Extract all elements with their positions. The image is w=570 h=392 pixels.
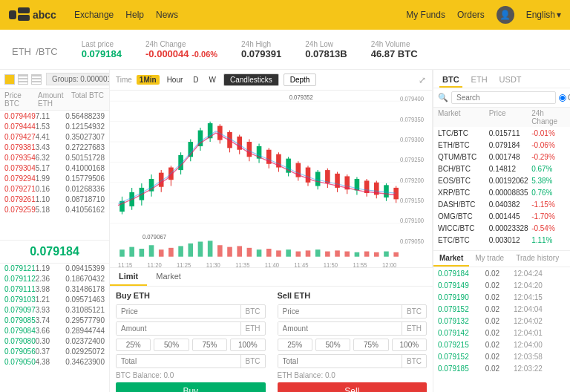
market-list-item[interactable]: LTC/BTC0.015711-0.01%: [433, 127, 570, 139]
tab-eth[interactable]: ETH: [468, 73, 491, 88]
svg-text:0.079400: 0.079400: [400, 96, 425, 102]
search-row: 🔍 Change Volume: [433, 88, 570, 108]
sell-order-row[interactable]: 0.0794441.530.12154932: [0, 121, 109, 131]
market-search-input[interactable]: [451, 91, 556, 104]
sell-order-row[interactable]: 0.0793045.170.41000168: [0, 163, 109, 173]
sell-order-row[interactable]: 0.0794274.410.35027307: [0, 131, 109, 142]
market-list-header: Market Price 24h Change: [433, 108, 570, 127]
sell-title: Sell ETH: [278, 291, 428, 300]
language-selector[interactable]: English ▾: [526, 10, 561, 20]
sell-amount-unit: ETH: [402, 322, 426, 335]
groups-select[interactable]: Groups: 0.000001: [46, 73, 110, 85]
tab-my-trade[interactable]: My trade: [469, 251, 510, 267]
tab-btc[interactable]: BTC: [439, 73, 462, 88]
trade-history-panel: Market My trade Trade history 0.0791840.…: [433, 251, 570, 392]
buy-order-row[interactable]: 0.0791122.360.18670432: [0, 274, 109, 284]
svg-text:11:25: 11:25: [177, 262, 191, 267]
buy-button[interactable]: Buy: [116, 382, 266, 392]
buy-order-row[interactable]: 0.0790560.370.02925072: [0, 347, 109, 357]
buy-order-row[interactable]: 0.0790973.930.31085121: [0, 305, 109, 316]
svg-rect-6: [19, 75, 27, 76]
market-list-item[interactable]: OMG/BTC0.001445-1.70%: [433, 210, 570, 222]
pct-25-btn[interactable]: 25%: [116, 339, 151, 351]
pct-50-btn[interactable]: 50%: [154, 339, 189, 351]
trade-form-panel: Limit Market Buy ETH BTC ETH: [110, 267, 433, 392]
buy-total-input[interactable]: [117, 355, 240, 368]
change-toggle[interactable]: Change: [559, 94, 570, 102]
market-list-item[interactable]: XRP/BTC0.000088350.76%: [433, 186, 570, 198]
svg-text:11:55: 11:55: [353, 262, 367, 267]
sell-order-row[interactable]: 0.0793813.430.27227683: [0, 142, 109, 152]
market-list-item[interactable]: QTUM/BTC0.001748-0.29%: [433, 151, 570, 163]
nav-news[interactable]: News: [156, 10, 178, 20]
svg-rect-103: [276, 250, 281, 256]
history-row-item: 0.0791520.0212:04:04: [433, 303, 570, 315]
pct-75-btn[interactable]: 75%: [192, 339, 227, 351]
market-list-item[interactable]: BCH/BTC0.148120.67%: [433, 163, 570, 174]
orders-button[interactable]: Orders: [457, 10, 485, 20]
tab-market[interactable]: Market: [147, 268, 190, 286]
expand-icon[interactable]: ⤢: [419, 75, 426, 85]
market-list-item[interactable]: WICC/BTC0.00023328-0.54%: [433, 222, 570, 234]
svg-rect-105: [296, 252, 301, 257]
sell-total-input[interactable]: [278, 355, 402, 368]
buy-price-input[interactable]: [117, 305, 240, 318]
svg-rect-8: [19, 81, 27, 82]
sell-order-row[interactable]: 0.0792941.990.15779506: [0, 173, 109, 183]
sell-price-input[interactable]: [278, 305, 402, 318]
sell-order-row[interactable]: 0.0793546.320.50151728: [0, 152, 109, 163]
my-funds-button[interactable]: My Funds: [406, 10, 445, 20]
buy-order-row[interactable]: 0.0790800.300.02372400: [0, 336, 109, 347]
history-list: 0.0791840.0212:04:240.0791490.0212:04:20…: [433, 267, 570, 392]
time-d[interactable]: D: [190, 75, 201, 85]
sell-amount-input[interactable]: [278, 322, 402, 335]
svg-rect-114: [384, 252, 389, 257]
time-w[interactable]: W: [206, 75, 219, 85]
candlesticks-btn[interactable]: Candlesticks: [223, 74, 279, 86]
nav-help[interactable]: Help: [125, 10, 144, 20]
buy-order-row[interactable]: 0.0791031.210.09571463: [0, 295, 109, 305]
view-btn-list[interactable]: [18, 74, 28, 85]
market-list-item[interactable]: EOS/BTC0.001920625.38%: [433, 174, 570, 186]
high-value: 0.079391: [241, 48, 281, 59]
buy-amount-input[interactable]: [117, 322, 240, 335]
market-list-item[interactable]: ETC/BTC0.0030121.11%: [433, 234, 570, 246]
buy-order-row[interactable]: 0.0790504.380.34623900: [0, 357, 109, 368]
sell-order-row[interactable]: 0.0794497.110.56488239: [0, 111, 109, 121]
sell-order-row[interactable]: 0.0792595.180.41056162: [0, 204, 109, 215]
sell-order-row[interactable]: 0.0792710.160.01268336: [0, 183, 109, 194]
nav-exchange[interactable]: Exchange: [74, 10, 114, 20]
buy-order-row[interactable]: 0.0790853.740.29577790: [0, 316, 109, 326]
buy-order-row[interactable]: 0.0791113.980.31486178: [0, 284, 109, 295]
sell-order-row[interactable]: 0.0792611.100.08718710: [0, 194, 109, 204]
tab-trade-history[interactable]: Trade history: [510, 251, 565, 267]
view-btn-grid[interactable]: [4, 74, 15, 85]
svg-rect-100: [247, 248, 252, 257]
chart-container: 0.079400 0.079350 0.079300 0.079250 0.07…: [110, 91, 432, 267]
view-btn-compact[interactable]: [31, 74, 42, 85]
pct-100-btn[interactable]: 100%: [230, 339, 265, 351]
svg-rect-3: [5, 76, 14, 77]
buy-order-row[interactable]: 0.0791211.190.09415399: [0, 264, 109, 274]
tab-usdt[interactable]: USDT: [497, 73, 525, 88]
market-list-item[interactable]: ETH/BTC0.079184-0.06%: [433, 139, 570, 151]
depth-btn[interactable]: Depth: [284, 74, 317, 86]
amount-input-row: ETH: [116, 321, 266, 336]
user-avatar[interactable]: 👤: [497, 6, 514, 24]
market-list-item[interactable]: DASH/BTC0.040382-1.15%: [433, 198, 570, 210]
sell-pct-100-btn[interactable]: 100%: [392, 339, 427, 351]
tab-market-history[interactable]: Market: [433, 251, 469, 267]
svg-text:0.079050: 0.079050: [400, 238, 425, 245]
time-hour[interactable]: Hour: [164, 75, 186, 85]
logo-icon: [9, 7, 30, 22]
sell-pct-50-btn[interactable]: 50%: [315, 339, 350, 351]
tab-limit[interactable]: Limit: [110, 268, 147, 286]
buy-order-row[interactable]: 0.0790843.660.28944744: [0, 326, 109, 336]
sell-button[interactable]: Sell: [278, 382, 428, 392]
last-price-value: 0.079184: [82, 48, 122, 59]
history-row-item: 0.0791320.0212:04:02: [433, 315, 570, 327]
header-right: My Funds Orders 👤 English ▾: [406, 6, 561, 24]
time-1min[interactable]: 1Min: [137, 75, 160, 85]
sell-pct-25-btn[interactable]: 25%: [278, 339, 312, 351]
sell-pct-75-btn[interactable]: 75%: [353, 339, 388, 351]
